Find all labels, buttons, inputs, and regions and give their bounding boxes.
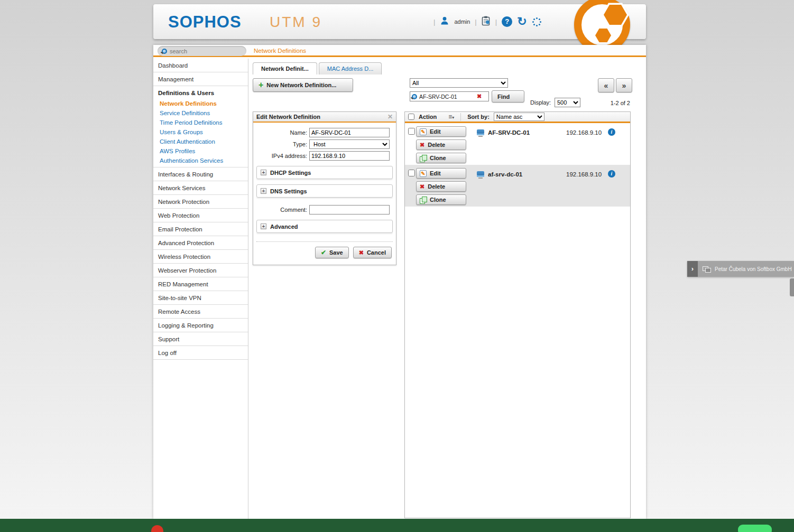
- sidebar-menu: DashboardManagementDefinitions & UsersNe…: [153, 59, 248, 519]
- screenshare-icon: [703, 266, 710, 272]
- type-label: Type:: [256, 141, 307, 147]
- sidebar-item-dashboard[interactable]: Dashboard: [153, 59, 248, 72]
- sidebar-item-wireless-protection[interactable]: Wireless Protection: [153, 250, 248, 264]
- check-icon: ✔: [321, 249, 326, 256]
- tab-mac-address-definitions[interactable]: MAC Address D...: [319, 62, 382, 74]
- definition-address: 192.168.9.10: [566, 129, 602, 136]
- app-content: Network Definitions DashboardManagementD…: [153, 45, 646, 519]
- sidebar-item-support[interactable]: Support: [153, 332, 248, 346]
- sidebar-item-webserver-protection[interactable]: Webserver Protection: [153, 264, 248, 277]
- sort-select[interactable]: Name asc: [494, 113, 544, 121]
- type-select[interactable]: Host: [309, 139, 390, 149]
- divider: |: [433, 18, 435, 26]
- batch-menu-icon[interactable]: ≡▾: [448, 113, 454, 120]
- sidebar-item-log-off[interactable]: Log off: [153, 346, 248, 360]
- edge-panel-tab[interactable]: [790, 278, 794, 296]
- name-label: Name:: [256, 129, 307, 136]
- delete-button[interactable]: ✖Delete: [416, 181, 466, 192]
- new-network-definition-button[interactable]: + New Network Definition...: [253, 78, 353, 92]
- header-toolbar: | admin | | ? ↻: [433, 4, 541, 39]
- ipv4-label: IPv4 address:: [256, 153, 307, 159]
- definition-address: 192.168.9.10: [566, 171, 602, 178]
- cancel-button[interactable]: ✖ Cancel: [353, 247, 392, 258]
- sidebar-item-remote-access[interactable]: Remote Access: [153, 305, 248, 319]
- dns-settings-section[interactable]: + DNS Settings: [256, 184, 393, 198]
- screenshare-participant: Petar Čubela von Softbox GmbH: [715, 266, 792, 272]
- sidebar-item-authentication-services[interactable]: Authentication Services: [153, 156, 248, 167]
- busy-spinner-icon: [532, 17, 541, 26]
- sidebar-item-site-to-site-vpn[interactable]: Site-to-site VPN: [153, 291, 248, 305]
- app-header: SOPHOS UTM 9 | admin | | ? ↻: [153, 4, 646, 39]
- find-input[interactable]: [419, 94, 475, 100]
- find-search-box[interactable]: ✖: [410, 91, 489, 101]
- delete-icon: ✖: [420, 183, 424, 190]
- save-button[interactable]: ✔ Save: [315, 247, 349, 258]
- find-button[interactable]: Find: [492, 90, 524, 102]
- info-icon[interactable]: i: [608, 170, 615, 178]
- sidebar-item-management[interactable]: Management: [153, 72, 248, 86]
- sidebar-item-email-protection[interactable]: Email Protection: [153, 222, 248, 236]
- sidebar-item-definitions-users[interactable]: Definitions & Users: [153, 86, 248, 99]
- sidebar-item-red-management[interactable]: RED Management: [153, 277, 248, 291]
- display-count-select[interactable]: 500: [555, 98, 580, 107]
- edit-button[interactable]: ✎Edit: [416, 168, 466, 179]
- clone-button[interactable]: Clone: [416, 194, 466, 205]
- host-icon: [477, 129, 484, 135]
- user-icon: [440, 16, 449, 27]
- product-name: UTM 9: [270, 14, 322, 31]
- sidebar-item-network-protection[interactable]: Network Protection: [153, 195, 248, 209]
- sidebar-item-logging-reporting[interactable]: Logging & Reporting: [153, 319, 248, 332]
- chevron-right-icon[interactable]: ›: [687, 261, 698, 277]
- sidebar-item-service-definitions[interactable]: Service Definitions: [153, 108, 248, 118]
- search-input[interactable]: [170, 48, 233, 54]
- edit-icon: ✎: [420, 128, 427, 135]
- panel-footer: ✔ Save ✖ Cancel: [256, 241, 393, 260]
- tab-network-definitions[interactable]: Network Definit...: [253, 62, 317, 74]
- close-icon[interactable]: ✕: [387, 113, 393, 120]
- row-actions: ✎Edit✖DeleteClone: [416, 168, 466, 205]
- username[interactable]: admin: [454, 18, 470, 25]
- sidebar-item-network-services[interactable]: Network Services: [153, 181, 248, 195]
- select-all-checkbox[interactable]: [408, 114, 414, 120]
- row-checkbox[interactable]: [408, 128, 415, 135]
- clear-search-icon[interactable]: ✖: [477, 93, 482, 100]
- info-icon[interactable]: i: [608, 128, 615, 136]
- clone-icon: [420, 197, 427, 203]
- sidebar-item-network-definitions[interactable]: Network Definitions: [153, 99, 248, 108]
- sidebar-item-advanced-protection[interactable]: Advanced Protection: [153, 236, 248, 250]
- refresh-icon[interactable]: ↻: [517, 16, 527, 27]
- help-icon[interactable]: ?: [502, 16, 512, 27]
- expand-icon: +: [261, 223, 266, 229]
- ipv4-field[interactable]: [309, 151, 390, 161]
- comment-label: Comment:: [256, 207, 307, 213]
- next-page-button[interactable]: »: [616, 78, 632, 92]
- sidebar-item-interfaces-routing[interactable]: Interfaces & Routing: [153, 167, 248, 181]
- sidebar-search[interactable]: [158, 46, 246, 56]
- sidebar-item-aws-profiles[interactable]: AWS Profiles: [153, 146, 248, 156]
- changelog-icon[interactable]: [482, 16, 491, 28]
- sort-by-label: Sort by:: [467, 114, 490, 120]
- sophos-logo: SOPHOS: [168, 13, 242, 32]
- search-icon: [412, 94, 417, 99]
- edit-button[interactable]: ✎Edit: [416, 126, 466, 137]
- taskbar-button[interactable]: [738, 525, 772, 532]
- sidebar-item-client-authentication[interactable]: Client Authentication: [153, 137, 248, 146]
- result-range: 1-2 of 2: [611, 100, 630, 106]
- name-field[interactable]: [309, 128, 390, 137]
- definitions-list-panel: Action ≡▾ Sort by: Name asc ✎Edit✖Delete…: [404, 111, 631, 518]
- sidebar-item-web-protection[interactable]: Web Protection: [153, 209, 248, 222]
- plus-icon: +: [258, 81, 263, 89]
- advanced-section[interactable]: + Advanced: [256, 220, 393, 233]
- filter-type-select[interactable]: All: [410, 78, 508, 88]
- delete-button[interactable]: ✖Delete: [416, 139, 466, 150]
- row-checkbox[interactable]: [408, 170, 415, 176]
- sidebar-item-users-groups[interactable]: Users & Groups: [153, 127, 248, 137]
- breadcrumb: Network Definitions: [254, 48, 306, 54]
- comment-field[interactable]: [309, 205, 390, 214]
- prev-page-button[interactable]: «: [598, 78, 614, 92]
- panel-header: Edit Network Definition ✕: [253, 112, 396, 123]
- search-icon: [162, 49, 167, 54]
- dhcp-settings-section[interactable]: + DHCP Settings: [256, 166, 393, 179]
- sidebar-item-time-period-definitions[interactable]: Time Period Definitions: [153, 118, 248, 127]
- clone-button[interactable]: Clone: [416, 153, 466, 163]
